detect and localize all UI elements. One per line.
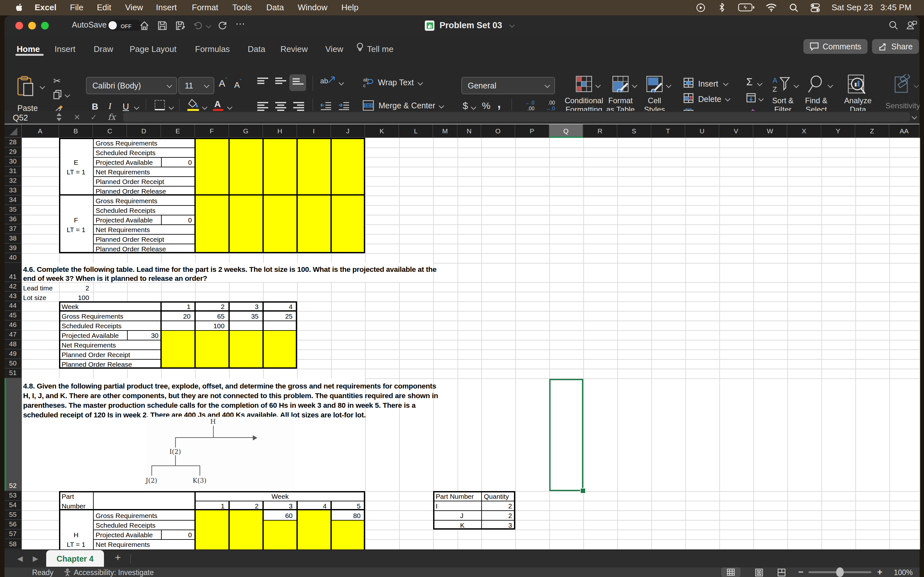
cell-lot-size-label[interactable]: Lot size <box>23 294 46 301</box>
analyze-data-icon[interactable] <box>848 74 868 95</box>
column-header-T[interactable]: T <box>651 124 685 138</box>
conditional-formatting-chevron[interactable] <box>596 83 601 88</box>
menu-insert[interactable]: Insert <box>156 3 177 12</box>
column-header-D[interactable]: D <box>127 124 161 138</box>
cell-qty-j[interactable]: 2 <box>484 512 512 519</box>
cell-label[interactable]: Projected Available <box>95 217 153 223</box>
column-header-Z[interactable]: Z <box>855 124 889 138</box>
column-header-Q[interactable]: Q <box>549 124 583 138</box>
row-header-39[interactable]: 39 <box>5 243 22 253</box>
apple-menu-icon[interactable] <box>15 3 24 12</box>
decrease-indent-icon[interactable] <box>320 101 332 110</box>
insert-cells-chevron[interactable] <box>723 81 729 86</box>
selection-fill-handle[interactable] <box>580 488 586 494</box>
conditional-formatting-icon[interactable] <box>575 76 592 92</box>
row-header-37[interactable]: 37 <box>5 224 22 234</box>
column-header-L[interactable]: L <box>399 124 433 138</box>
column-header-O[interactable]: O <box>481 124 515 138</box>
find-select-chevron[interactable] <box>828 83 833 88</box>
enter-icon[interactable]: ✓ <box>90 113 97 122</box>
row-header-38[interactable]: 38 <box>5 234 22 243</box>
cell-week-4[interactable]: 4 <box>264 303 292 310</box>
cell-gross-4[interactable]: 25 <box>264 313 292 319</box>
cell-gross-1[interactable]: 20 <box>162 313 191 319</box>
cell-part-j[interactable]: J <box>460 512 464 519</box>
cell-week-1[interactable]: 1 <box>162 303 191 310</box>
close-window-button[interactable] <box>15 22 23 29</box>
formula-input[interactable] <box>123 112 910 122</box>
row-header-44[interactable]: 44 <box>5 301 22 311</box>
row-header-35[interactable]: 35 <box>5 205 22 215</box>
find-select-icon[interactable] <box>808 76 825 93</box>
align-top-button[interactable] <box>257 77 268 84</box>
column-header-B[interactable]: B <box>59 124 93 138</box>
column-header-A[interactable]: A <box>22 124 59 138</box>
font-color-button[interactable]: A <box>214 99 221 109</box>
row-header-30[interactable]: 30 <box>5 157 22 167</box>
cell-label[interactable]: Scheduled Receipts <box>61 322 121 329</box>
cell-item-e[interactable]: E <box>59 159 93 166</box>
cell-lead-time-label[interactable]: Lead time <box>23 285 53 292</box>
column-header-H[interactable]: H <box>263 124 297 138</box>
merge-center-button[interactable]: Merge & Center <box>363 100 443 111</box>
status-accessibility[interactable]: Accessibility: Investigate <box>74 569 153 576</box>
underline-chevron[interactable] <box>134 105 140 110</box>
cell-label[interactable]: Gross Requirements <box>61 313 124 319</box>
row-header-29[interactable]: 29 <box>5 147 22 157</box>
menu-format[interactable]: Format <box>192 3 218 12</box>
cell-week-1[interactable]: 1 <box>196 503 225 509</box>
font-size-select[interactable]: 11 <box>178 77 214 94</box>
cell-week-3[interactable]: 3 <box>264 503 292 509</box>
cell-part-label[interactable]: Part <box>61 493 74 500</box>
copy-chevron[interactable] <box>65 92 70 98</box>
bold-button[interactable]: B <box>92 101 98 111</box>
zoom-window-button[interactable] <box>41 22 49 29</box>
redo-icon[interactable] <box>218 21 227 30</box>
autosum-chevron[interactable] <box>757 81 762 86</box>
row-header-57[interactable]: 57 <box>5 530 22 539</box>
delete-cells-button[interactable]: Delete <box>698 95 721 104</box>
menu-bar-date[interactable]: Sat Sep 23 <box>832 3 873 12</box>
cell-number-label[interactable]: Number <box>61 503 86 509</box>
cell-lt-e[interactable]: LT = 1 <box>59 169 93 175</box>
page-break-view-icon[interactable] <box>778 569 785 576</box>
cell-label[interactable]: Projected Available <box>95 159 153 166</box>
mrp-table-components-e-f[interactable]: E LT = 1 Gross Requirements Scheduled Re… <box>59 138 365 253</box>
cell-label[interactable]: Planned Order Receipt <box>95 236 164 243</box>
column-header-V[interactable]: V <box>719 124 753 138</box>
wifi-icon[interactable] <box>766 3 777 11</box>
share-feedback-icon[interactable] <box>906 20 917 31</box>
row-header-45[interactable]: 45 <box>5 311 22 321</box>
delete-cells-chevron[interactable] <box>725 96 730 102</box>
column-header-S[interactable]: S <box>617 124 651 138</box>
cell-week-4[interactable]: 4 <box>298 503 326 509</box>
cell-label[interactable]: Planned Order Receipt <box>61 351 130 358</box>
menu-file[interactable]: File <box>70 3 83 12</box>
currency-button[interactable]: $ <box>463 100 468 111</box>
next-sheet-arrow[interactable]: ▶ <box>33 554 38 563</box>
column-header-J[interactable]: J <box>331 124 365 138</box>
cell-label[interactable]: Gross Requirements <box>95 197 158 204</box>
bluetooth-icon[interactable] <box>719 3 725 12</box>
tab-data[interactable]: Data <box>248 44 265 54</box>
undo-icon[interactable] <box>193 21 203 30</box>
comments-button[interactable]: Comments <box>803 39 868 54</box>
mrp-table-46[interactable]: Week 1 2 3 4 Gross Requirements 20 65 35… <box>59 301 297 369</box>
shrink-font-button[interactable]: Aˇ <box>234 78 242 90</box>
font-color-chevron[interactable] <box>227 105 233 110</box>
name-box-spinner[interactable] <box>57 113 61 121</box>
tab-page-layout[interactable]: Page Layout <box>129 44 176 54</box>
tab-tell-me[interactable]: Tell me <box>367 44 393 54</box>
cell-gross-w5[interactable]: 80 <box>333 512 360 519</box>
menu-window[interactable]: Window <box>298 3 328 12</box>
grow-font-button[interactable]: Aˆ <box>219 77 227 89</box>
autosum-button[interactable]: Σ <box>746 76 753 88</box>
currency-chevron[interactable] <box>471 105 477 110</box>
row-header-46[interactable]: 46 <box>5 321 22 330</box>
row-header-40[interactable]: 40 <box>5 253 22 263</box>
delete-cells-icon[interactable] <box>683 93 694 103</box>
row-header-31[interactable]: 31 <box>5 167 22 176</box>
cell-label[interactable]: Net Requirements <box>61 342 116 348</box>
row-header-54[interactable]: 54 <box>5 501 22 510</box>
zoom-level[interactable]: 100% <box>894 569 913 576</box>
